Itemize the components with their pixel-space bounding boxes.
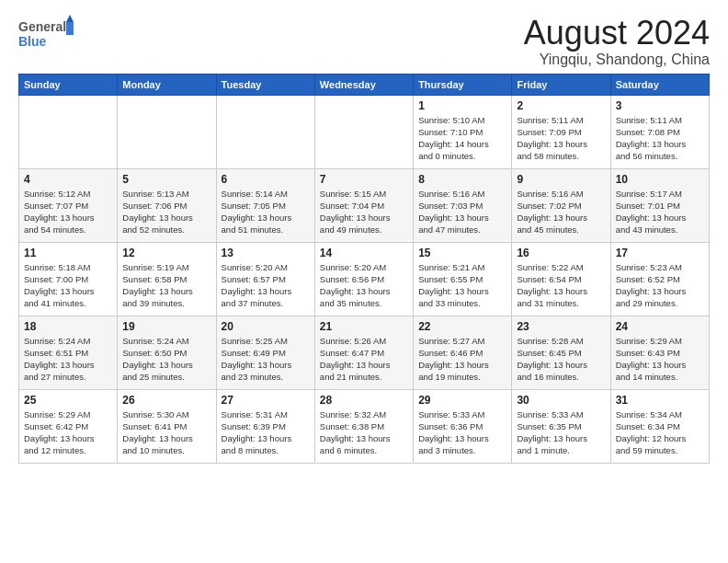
- day-info: Sunset: 7:09 PM: [517, 126, 605, 138]
- table-row: 16Sunrise: 5:22 AMSunset: 6:54 PMDayligh…: [512, 242, 610, 316]
- table-row: 2Sunrise: 5:11 AMSunset: 7:09 PMDaylight…: [512, 95, 610, 168]
- day-info: and 3 minutes.: [418, 444, 506, 456]
- header-row: Sunday Monday Tuesday Wednesday Thursday…: [19, 74, 710, 95]
- day-info: Sunrise: 5:14 AM: [222, 188, 310, 200]
- day-info: and 29 minutes.: [616, 297, 704, 309]
- day-info: Sunrise: 5:10 AM: [418, 114, 506, 126]
- page: General Blue August 2024 Yingqiu, Shando…: [0, 0, 728, 563]
- day-info: Sunrise: 5:26 AM: [320, 335, 408, 347]
- day-info: Sunset: 7:00 PM: [24, 273, 112, 285]
- svg-marker-3: [66, 15, 74, 22]
- table-row: 22Sunrise: 5:27 AMSunset: 6:46 PMDayligh…: [414, 316, 512, 389]
- day-info: Sunset: 6:42 PM: [24, 420, 112, 432]
- day-info: Sunset: 7:04 PM: [320, 200, 408, 212]
- day-info: Daylight: 13 hours: [320, 212, 408, 224]
- day-info: Sunrise: 5:30 AM: [122, 408, 210, 420]
- day-info: Sunrise: 5:13 AM: [122, 188, 210, 200]
- day-info: Sunrise: 5:18 AM: [24, 261, 112, 273]
- day-info: Sunset: 6:36 PM: [418, 420, 506, 432]
- table-row: 17Sunrise: 5:23 AMSunset: 6:52 PMDayligh…: [610, 242, 709, 316]
- day-info: and 37 minutes.: [222, 297, 310, 309]
- day-info: Sunrise: 5:17 AM: [616, 188, 704, 200]
- day-info: Daylight: 13 hours: [222, 359, 310, 371]
- day-info: Sunset: 6:41 PM: [122, 420, 210, 432]
- calendar-table: Sunday Monday Tuesday Wednesday Thursday…: [18, 74, 710, 464]
- day-info: Daylight: 13 hours: [24, 212, 112, 224]
- table-row: 20Sunrise: 5:25 AMSunset: 6:49 PMDayligh…: [216, 316, 314, 389]
- svg-text:General: General: [18, 19, 66, 34]
- day-info: and 10 minutes.: [122, 444, 210, 456]
- col-friday: Friday: [512, 74, 610, 95]
- day-info: Sunrise: 5:20 AM: [222, 261, 310, 273]
- day-info: and 14 minutes.: [616, 371, 704, 383]
- day-info: Daylight: 13 hours: [122, 285, 210, 297]
- day-info: Sunrise: 5:32 AM: [320, 408, 408, 420]
- day-number: 4: [24, 173, 112, 186]
- day-info: and 19 minutes.: [418, 371, 506, 383]
- day-number: 28: [320, 394, 408, 407]
- day-info: Sunrise: 5:34 AM: [616, 408, 704, 420]
- day-info: and 54 minutes.: [24, 224, 112, 236]
- day-info: and 58 minutes.: [517, 150, 605, 162]
- day-info: Daylight: 13 hours: [320, 359, 408, 371]
- col-wednesday: Wednesday: [314, 74, 413, 95]
- day-info: Daylight: 13 hours: [320, 285, 408, 297]
- day-number: 22: [418, 320, 506, 333]
- title-block: August 2024 Yingqiu, Shandong, China: [524, 15, 710, 68]
- day-number: 2: [517, 99, 605, 112]
- day-info: Sunset: 6:54 PM: [517, 273, 605, 285]
- day-info: Sunset: 6:34 PM: [616, 420, 704, 432]
- day-info: Sunrise: 5:24 AM: [122, 335, 210, 347]
- day-info: Sunrise: 5:33 AM: [517, 408, 605, 420]
- day-info: Sunrise: 5:11 AM: [517, 114, 605, 126]
- day-info: Daylight: 13 hours: [418, 212, 506, 224]
- day-info: Daylight: 13 hours: [517, 432, 605, 444]
- day-info: Sunset: 6:35 PM: [517, 420, 605, 432]
- day-info: and 59 minutes.: [616, 444, 704, 456]
- svg-text:Blue: Blue: [18, 34, 47, 49]
- day-info: Sunset: 6:50 PM: [122, 347, 210, 359]
- day-info: and 27 minutes.: [24, 371, 112, 383]
- day-info: Daylight: 13 hours: [122, 432, 210, 444]
- table-row: 29Sunrise: 5:33 AMSunset: 6:36 PMDayligh…: [414, 389, 512, 463]
- table-row: 21Sunrise: 5:26 AMSunset: 6:47 PMDayligh…: [314, 316, 413, 389]
- day-info: Sunset: 6:49 PM: [222, 347, 310, 359]
- day-info: Sunset: 7:06 PM: [122, 200, 210, 212]
- day-info: and 47 minutes.: [418, 224, 506, 236]
- table-row: 25Sunrise: 5:29 AMSunset: 6:42 PMDayligh…: [19, 389, 118, 463]
- logo-icon: General Blue: [18, 15, 74, 52]
- day-number: 12: [122, 247, 210, 259]
- table-row: [314, 95, 413, 168]
- day-number: 21: [320, 320, 408, 333]
- day-number: 3: [616, 99, 704, 112]
- table-row: 30Sunrise: 5:33 AMSunset: 6:35 PMDayligh…: [512, 389, 610, 463]
- day-info: Sunrise: 5:28 AM: [517, 335, 605, 347]
- col-tuesday: Tuesday: [216, 74, 314, 95]
- day-info: Daylight: 13 hours: [222, 285, 310, 297]
- day-info: Daylight: 13 hours: [222, 212, 310, 224]
- day-number: 23: [517, 320, 605, 333]
- day-info: and 12 minutes.: [24, 444, 112, 456]
- day-info: Daylight: 13 hours: [222, 432, 310, 444]
- day-info: Sunrise: 5:29 AM: [616, 335, 704, 347]
- day-info: Sunset: 7:10 PM: [418, 126, 506, 138]
- day-info: Sunrise: 5:22 AM: [517, 261, 605, 273]
- day-info: Sunrise: 5:19 AM: [122, 261, 210, 273]
- table-row: 27Sunrise: 5:31 AMSunset: 6:39 PMDayligh…: [216, 389, 314, 463]
- table-row: 4Sunrise: 5:12 AMSunset: 7:07 PMDaylight…: [19, 168, 118, 242]
- day-info: Sunrise: 5:31 AM: [222, 408, 310, 420]
- day-info: Sunset: 7:08 PM: [616, 126, 704, 138]
- header: General Blue August 2024 Yingqiu, Shando…: [18, 15, 710, 68]
- day-info: Daylight: 13 hours: [616, 359, 704, 371]
- week-row-3: 18Sunrise: 5:24 AMSunset: 6:51 PMDayligh…: [19, 316, 710, 389]
- day-info: and 31 minutes.: [517, 297, 605, 309]
- day-info: and 41 minutes.: [24, 297, 112, 309]
- day-info: and 8 minutes.: [222, 444, 310, 456]
- day-number: 10: [616, 173, 704, 186]
- table-row: [216, 95, 314, 168]
- day-info: Sunset: 6:38 PM: [320, 420, 408, 432]
- week-row-1: 4Sunrise: 5:12 AMSunset: 7:07 PMDaylight…: [19, 168, 710, 242]
- table-row: 23Sunrise: 5:28 AMSunset: 6:45 PMDayligh…: [512, 316, 610, 389]
- table-row: 13Sunrise: 5:20 AMSunset: 6:57 PMDayligh…: [216, 242, 314, 316]
- col-monday: Monday: [118, 74, 216, 95]
